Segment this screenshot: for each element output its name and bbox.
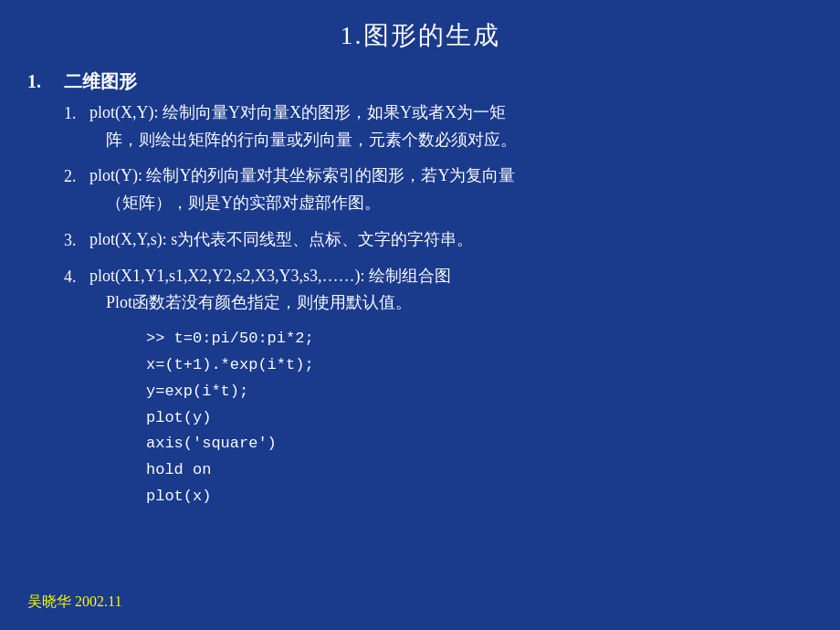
sub-item-4: 4. plot(X1,Y1,s1,X2,Y2,s2,X3,Y3,s3,……): … <box>64 263 813 317</box>
code-line-1: >> t=0:pi/50:pi*2; <box>146 326 813 352</box>
sub-item-text-2: plot(Y): 绘制Y的列向量对其坐标索引的图形，若Y为复向量 （矩阵），则是… <box>89 163 516 216</box>
sub-item-text-1: plot(X,Y): 绘制向量Y对向量X的图形，如果Y或者X为一矩 阵，则绘出矩… <box>89 100 517 153</box>
code-line-6: hold on <box>146 457 813 484</box>
main-list: 1. 二维图形 <box>27 69 813 94</box>
code-line-5: axis('square') <box>146 431 813 457</box>
sub-item-number-4: 4. <box>64 263 89 290</box>
footer: 吴晓华 2002.11 <box>27 593 121 612</box>
sub-item-number-3: 3. <box>64 226 89 254</box>
code-line-7: plot(x) <box>146 484 813 510</box>
main-item-label: 二维图形 <box>64 69 137 94</box>
code-block: >> t=0:pi/50:pi*2; x=(t+1).*exp(i*t); y=… <box>146 326 813 510</box>
slide-title: 1.图形的生成 <box>27 18 813 53</box>
sub-item-1: 1. plot(X,Y): 绘制向量Y对向量X的图形，如果Y或者X为一矩 阵，则… <box>64 100 813 153</box>
sub-item-text-3: plot(X,Y,s): s为代表不同线型、点标、文字的字符串。 <box>89 226 473 254</box>
code-line-3: y=exp(i*t); <box>146 379 813 405</box>
main-item-number: 1. <box>27 69 64 92</box>
sub-item-number-1: 1. <box>64 100 89 127</box>
sub-item-text-4: plot(X1,Y1,s1,X2,Y2,s2,X3,Y3,s3,……): 绘制组… <box>89 263 451 317</box>
code-line-4: plot(y) <box>146 405 813 432</box>
main-item-1: 1. 二维图形 <box>27 69 813 94</box>
slide-container: 1.图形的生成 1. 二维图形 1. plot(X,Y): 绘制向量Y对向量X的… <box>0 0 840 630</box>
sub-list: 1. plot(X,Y): 绘制向量Y对向量X的图形，如果Y或者X为一矩 阵，则… <box>64 100 813 317</box>
code-line-2: x=(t+1).*exp(i*t); <box>146 352 813 379</box>
sub-item-3: 3. plot(X,Y,s): s为代表不同线型、点标、文字的字符串。 <box>64 226 813 254</box>
sub-item-2: 2. plot(Y): 绘制Y的列向量对其坐标索引的图形，若Y为复向量 （矩阵）… <box>64 163 813 216</box>
sub-item-number-2: 2. <box>64 163 89 190</box>
